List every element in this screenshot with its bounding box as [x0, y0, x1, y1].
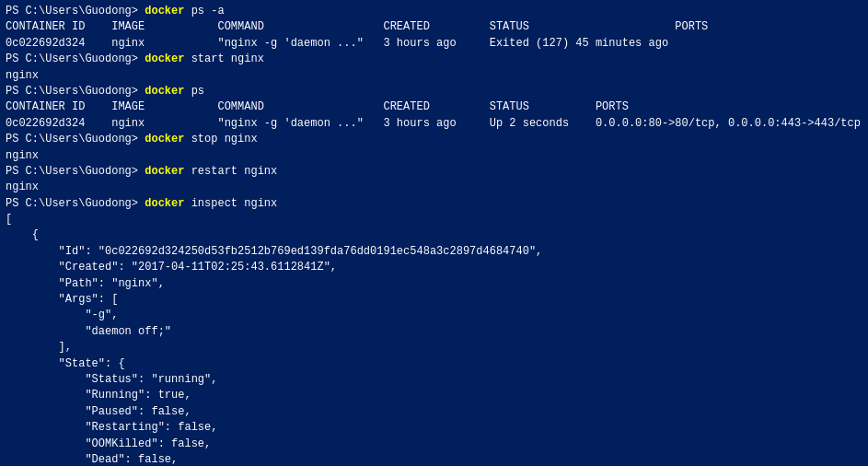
terminal-line: PS C:\Users\Guodong> docker restart ngin…	[6, 164, 862, 180]
terminal-line: CONTAINER ID IMAGE COMMAND CREATED STATU…	[6, 99, 862, 115]
terminal-line: "Paused": false,	[6, 404, 862, 420]
terminal-line: "Running": true,	[6, 388, 862, 403]
terminal-line: ],	[6, 340, 862, 355]
terminal-line: nginx	[6, 148, 862, 164]
terminal-line: "Dead": false,	[6, 452, 862, 466]
terminal-line: "Status": "running",	[6, 372, 862, 388]
terminal-line: 0c022692d324 nginx "nginx -g 'daemon ...…	[6, 116, 862, 132]
terminal-line: "OOMKilled": false,	[6, 437, 862, 452]
terminal-window[interactable]: PS C:\Users\Guodong> docker ps -aCONTAIN…	[0, 0, 868, 466]
terminal-line: PS C:\Users\Guodong> docker start nginx	[6, 52, 862, 67]
terminal-line: "Args": [	[6, 292, 862, 308]
terminal-line: "-g",	[6, 308, 862, 323]
terminal-line: "daemon off;"	[6, 324, 862, 340]
terminal-line: {	[6, 227, 862, 243]
terminal-line: nginx	[6, 68, 862, 84]
terminal-line: "Created": "2017-04-11T02:25:43.6112841Z…	[6, 260, 862, 275]
terminal-line: "Path": "nginx",	[6, 276, 862, 292]
terminal-line: [	[6, 212, 862, 227]
terminal-line: 0c022692d324 nginx "nginx -g 'daemon ...…	[6, 36, 862, 52]
terminal-line: PS C:\Users\Guodong> docker inspect ngin…	[6, 196, 862, 212]
terminal-line: PS C:\Users\Guodong> docker stop nginx	[6, 132, 862, 147]
terminal-line: PS C:\Users\Guodong> docker ps	[6, 84, 862, 99]
terminal-line: "Restarting": false,	[6, 420, 862, 436]
terminal-line: "Id": "0c022692d324250d53fb2512b769ed139…	[6, 244, 862, 260]
terminal-line: CONTAINER ID IMAGE COMMAND CREATED STATU…	[6, 19, 862, 35]
terminal-line: PS C:\Users\Guodong> docker ps -a	[6, 4, 862, 19]
terminal-line: nginx	[6, 180, 862, 195]
terminal-line: "State": {	[6, 356, 862, 372]
